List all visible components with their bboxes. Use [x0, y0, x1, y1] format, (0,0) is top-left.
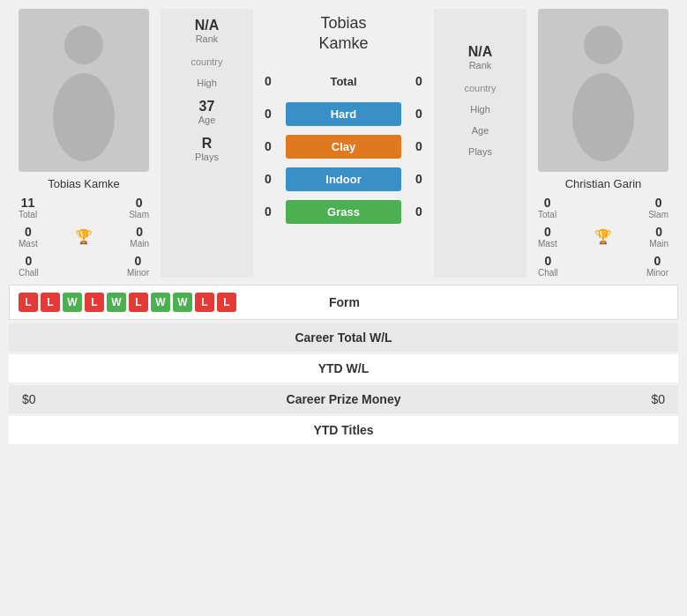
surface-rows: 0 Total 0 0 Hard 0 0 Clay 0 0 — [255, 66, 432, 227]
player1-name-top: TobiasKamke — [318, 13, 368, 55]
player1-high-item: High — [197, 78, 217, 88]
player1-plays-item: R Plays — [195, 136, 219, 162]
player2-mast-label: Mast — [538, 239, 557, 249]
player1-main-col: 0 Main — [130, 225, 149, 249]
form-badge-l: L — [217, 293, 236, 312]
player2-country-item: country — [464, 81, 496, 93]
player2-slam-value: 0 — [655, 196, 662, 210]
ytd-wl-label: YTD W/L — [183, 361, 504, 375]
career-prize-row: $0 Career Prize Money $0 — [9, 385, 678, 413]
svg-point-2 — [584, 26, 623, 64]
svg-point-0 — [64, 26, 103, 64]
form-badge-w: W — [151, 293, 170, 312]
main-container: Tobias Kamke 11 Total 0 Slam 0 Mast 🏆 — [0, 0, 687, 456]
player1-chall-label: Chall — [19, 268, 39, 278]
grass-badge[interactable]: Grass — [286, 200, 401, 224]
player2-total-label: Total — [538, 210, 556, 219]
player2-right-stats: N/A Rank country High Age Plays — [434, 9, 526, 278]
total-label: Total — [286, 70, 401, 93]
player2-avatar — [538, 9, 668, 172]
career-wl-label: Career Total W/L — [183, 330, 504, 345]
total-row: 0 Total 0 — [255, 66, 432, 97]
player2-plays-item: Plays — [468, 146, 492, 157]
player2-high-item: High — [470, 104, 490, 115]
player2-total-col: 0 Total — [538, 196, 556, 219]
form-badge-w: W — [63, 293, 82, 312]
clay-right: 0 — [406, 139, 432, 153]
career-prize-left: $0 — [22, 392, 183, 406]
player2-total-value: 0 — [544, 196, 551, 210]
player2-minor-label: Minor — [646, 268, 668, 278]
ytd-titles-label: YTD Titles — [183, 423, 504, 437]
player1-age-value: 37 — [199, 99, 215, 115]
player1-header: TobiasKamke — [255, 13, 432, 62]
player1-stats-group3: 0 Chall 0 Minor — [19, 254, 149, 278]
ytd-titles-row: YTD Titles — [9, 416, 678, 444]
player2-chall-label: Chall — [538, 268, 558, 278]
trophy-icon-1: 🏆 — [75, 228, 93, 245]
clay-badge[interactable]: Clay — [286, 135, 401, 159]
player1-main-value: 0 — [136, 225, 143, 239]
indoor-badge[interactable]: Indoor — [286, 167, 401, 191]
player2-trophy: 🏆 — [594, 225, 612, 249]
player2-stats-group2: 0 Mast 🏆 0 Main — [538, 225, 668, 249]
ytd-wl-row: YTD W/L — [9, 354, 678, 382]
player1-name: Tobias Kamke — [48, 177, 120, 190]
player2-age-item: Age — [472, 125, 489, 136]
svg-point-3 — [572, 73, 634, 161]
player2-rank-value: N/A — [468, 44, 493, 60]
player2-age-label: Age — [472, 125, 489, 136]
player-comparison: Tobias Kamke 11 Total 0 Slam 0 Mast 🏆 — [9, 9, 678, 278]
player1-slam-col: 0 Slam — [129, 196, 149, 219]
grass-right: 0 — [406, 204, 432, 219]
player1-plays-value: R — [202, 136, 213, 152]
player2-mast-value: 0 — [544, 225, 551, 239]
clay-left: 0 — [255, 139, 281, 153]
career-prize-label: Career Prize Money — [183, 392, 504, 406]
player1-minor-col: 0 Minor — [127, 254, 149, 278]
svg-point-1 — [53, 73, 115, 161]
player2-minor-value: 0 — [654, 254, 661, 268]
player2-plays-label: Plays — [468, 146, 492, 157]
player2-card: Christian Garin 0 Total 0 Slam 0 Mast 🏆 — [528, 9, 678, 278]
grass-row: 0 Grass 0 — [255, 197, 432, 227]
form-badge-l: L — [195, 293, 214, 312]
form-badge-l: L — [19, 293, 38, 312]
player2-stats-group: 0 Total 0 Slam — [538, 196, 668, 219]
total-left: 0 — [255, 74, 281, 88]
player1-main-label: Main — [130, 239, 149, 249]
form-badge-l: L — [85, 293, 104, 312]
player2-name: Christian Garin — [565, 177, 642, 190]
form-section: LLWLWLWWLL Form — [9, 285, 678, 320]
player2-stats-group3: 0 Chall 0 Minor — [538, 254, 668, 278]
career-prize-right: $0 — [504, 392, 665, 406]
form-badge-l: L — [41, 293, 60, 312]
player1-total-value: 11 — [21, 196, 35, 210]
player2-main-col: 0 Main — [649, 225, 668, 249]
hard-badge[interactable]: Hard — [286, 102, 401, 126]
player2-slam-label: Slam — [648, 210, 668, 219]
player1-age-item: 37 Age — [198, 99, 216, 125]
hard-left: 0 — [255, 107, 281, 121]
player1-stats-group2: 0 Mast 🏆 0 Main — [19, 225, 149, 249]
player1-total-label: Total — [19, 210, 37, 219]
player1-high-label: High — [197, 78, 217, 88]
trophy-icon-2: 🏆 — [594, 228, 612, 245]
player2-minor-col: 0 Minor — [646, 254, 668, 278]
player1-slam-value: 0 — [136, 196, 143, 210]
form-badge-w: W — [107, 293, 126, 312]
grass-left: 0 — [255, 204, 281, 219]
indoor-right: 0 — [406, 172, 432, 186]
player2-mast-col: 0 Mast — [538, 225, 557, 249]
player1-rank-value: N/A — [195, 18, 220, 33]
center-section: TobiasKamke 0 Total 0 0 Hard 0 — [255, 9, 432, 278]
player2-main-label: Main — [649, 239, 668, 249]
player2-country-flag: country — [464, 83, 496, 93]
player1-chall-col: 0 Chall — [19, 254, 39, 278]
player1-total-col: 11 Total — [19, 196, 37, 219]
player1-age-label: Age — [198, 115, 216, 125]
player1-slam-label: Slam — [129, 210, 149, 219]
player1-stats-group: 11 Total 0 Slam — [19, 196, 149, 219]
form-badges-left: LLWLWLWWLL — [19, 293, 236, 312]
player2-slam-col: 0 Slam — [648, 196, 668, 219]
